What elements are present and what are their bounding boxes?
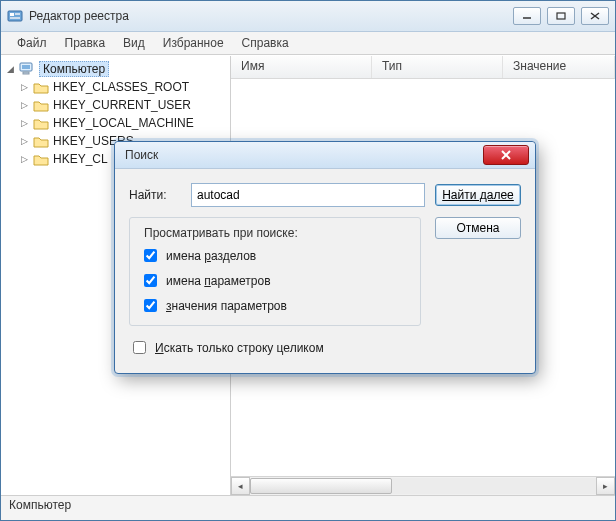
scroll-track[interactable] — [250, 478, 596, 494]
checkbox-values[interactable]: имена параметров — [140, 271, 410, 290]
checkbox-keys-label: имена разделов — [166, 249, 256, 263]
expand-icon[interactable]: ▷ — [19, 82, 29, 92]
checkbox-data[interactable]: значения параметров — [140, 296, 410, 315]
tree-node-label: HKEY_CLASSES_ROOT — [53, 80, 189, 94]
checkbox-keys[interactable]: имена разделов — [140, 246, 410, 265]
tree-node[interactable]: ▷ HKEY_LOCAL_MACHINE — [17, 114, 228, 132]
tree-node-label: HKEY_LOCAL_MACHINE — [53, 116, 194, 130]
dialog-titlebar[interactable]: Поиск — [115, 142, 535, 169]
minimize-button[interactable] — [513, 7, 541, 25]
regedit-icon — [7, 8, 23, 24]
expand-icon[interactable]: ▷ — [19, 136, 29, 146]
svg-rect-2 — [15, 13, 20, 15]
titlebar[interactable]: Редактор реестра — [1, 1, 615, 32]
checkbox-data-input[interactable] — [144, 299, 157, 312]
menu-help[interactable]: Справка — [234, 34, 297, 52]
checkbox-data-label: значения параметров — [166, 299, 287, 313]
find-dialog[interactable]: Поиск Найти: Найти далее Просматривать п… — [114, 141, 536, 374]
menu-favorites[interactable]: Избранное — [155, 34, 232, 52]
folder-icon — [33, 153, 49, 166]
window-title: Редактор реестра — [29, 9, 513, 23]
dialog-close-button[interactable] — [483, 145, 529, 165]
status-path: Компьютер — [9, 498, 71, 512]
checkbox-whole-label: Искать только строку целиком — [155, 341, 324, 355]
checkbox-whole-input[interactable] — [133, 341, 146, 354]
svg-rect-3 — [10, 17, 20, 19]
tree-root-label: Компьютер — [39, 61, 109, 77]
folder-icon — [33, 99, 49, 112]
checkbox-values-input[interactable] — [144, 274, 157, 287]
svg-rect-10 — [23, 72, 29, 74]
close-icon — [500, 150, 512, 160]
close-button[interactable] — [581, 7, 609, 25]
statusbar: Компьютер — [1, 495, 615, 520]
svg-rect-9 — [22, 65, 30, 69]
scroll-left-button[interactable]: ◂ — [231, 477, 250, 495]
look-at-group: Просматривать при поиске: имена разделов… — [129, 217, 421, 326]
menu-view[interactable]: Вид — [115, 34, 153, 52]
folder-icon — [33, 81, 49, 94]
cancel-button[interactable]: Отмена — [435, 217, 521, 239]
tree-node-label: HKEY_CL — [53, 152, 108, 166]
menu-edit[interactable]: Правка — [57, 34, 114, 52]
checkbox-values-label: имена параметров — [166, 274, 271, 288]
column-name[interactable]: Имя — [231, 56, 372, 78]
window-buttons — [513, 7, 609, 25]
find-label: Найти: — [129, 188, 181, 202]
dialog-body: Найти: Найти далее Просматривать при пои… — [115, 169, 535, 373]
collapse-icon[interactable]: ◢ — [5, 64, 15, 74]
find-next-button[interactable]: Найти далее — [435, 184, 521, 206]
list-header: Имя Тип Значение — [231, 56, 615, 79]
scroll-thumb[interactable] — [250, 478, 392, 494]
main-window: Редактор реестра Файл Правка Вид Избранн… — [0, 0, 616, 521]
column-value[interactable]: Значение — [503, 56, 615, 78]
folder-icon — [33, 117, 49, 130]
checkbox-whole-string[interactable]: Искать только строку целиком — [129, 338, 521, 357]
svg-rect-1 — [10, 13, 14, 16]
group-title: Просматривать при поиске: — [140, 226, 302, 240]
expand-icon[interactable]: ▷ — [19, 118, 29, 128]
horizontal-scrollbar[interactable]: ◂ ▸ — [231, 476, 615, 495]
checkbox-keys-input[interactable] — [144, 249, 157, 262]
computer-icon — [19, 62, 35, 76]
menu-file[interactable]: Файл — [9, 34, 55, 52]
column-type[interactable]: Тип — [372, 56, 503, 78]
svg-rect-5 — [557, 13, 565, 19]
scroll-right-button[interactable]: ▸ — [596, 477, 615, 495]
expand-icon[interactable]: ▷ — [19, 154, 29, 164]
menubar: Файл Правка Вид Избранное Справка — [1, 32, 615, 55]
find-input[interactable] — [191, 183, 425, 207]
tree-node[interactable]: ▷ HKEY_CURRENT_USER — [17, 96, 228, 114]
tree-node[interactable]: ▷ HKEY_CLASSES_ROOT — [17, 78, 228, 96]
tree-root-node[interactable]: ◢ Компьютер — [3, 60, 228, 78]
tree-node-label: HKEY_CURRENT_USER — [53, 98, 191, 112]
dialog-title: Поиск — [125, 148, 483, 162]
maximize-button[interactable] — [547, 7, 575, 25]
folder-icon — [33, 135, 49, 148]
expand-icon[interactable]: ▷ — [19, 100, 29, 110]
